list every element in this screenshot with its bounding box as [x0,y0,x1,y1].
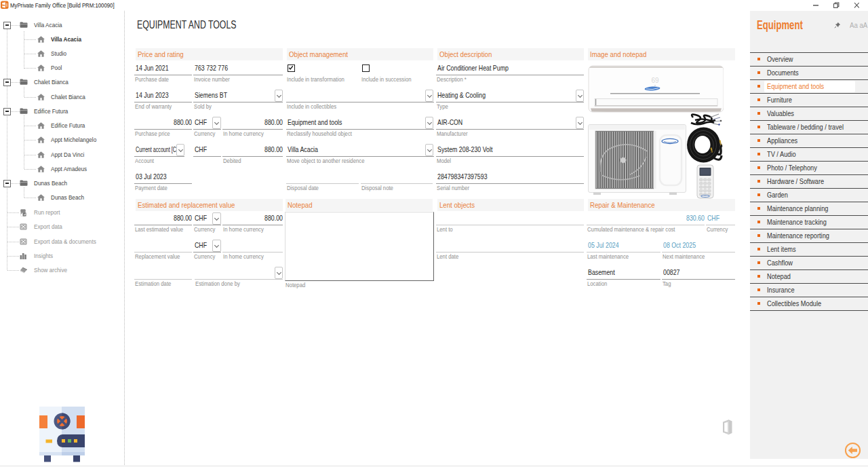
svg-text:69: 69 [651,77,659,84]
